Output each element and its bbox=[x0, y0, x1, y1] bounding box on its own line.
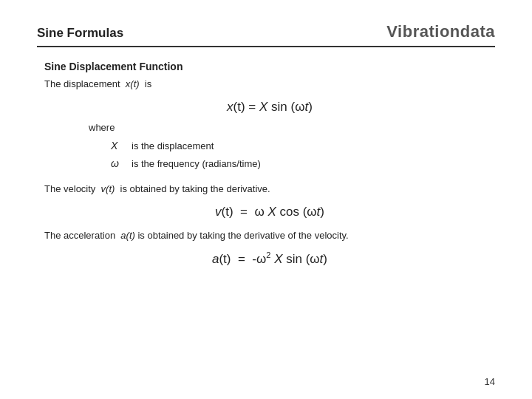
symbol-omega: ω bbox=[111, 155, 124, 173]
def-row-X: X is the displacement bbox=[111, 137, 495, 155]
displacement-var: x(t) bbox=[126, 78, 140, 89]
page: Sine Formulas Vibrationdata Sine Displac… bbox=[0, 0, 532, 399]
acceleration-section: The acceleration a(t) is obtained by tak… bbox=[44, 230, 495, 267]
page-title: Sine Formulas bbox=[37, 26, 123, 41]
section-title: Sine Displacement Function bbox=[44, 61, 495, 72]
content-area: Sine Displacement Function The displacem… bbox=[37, 61, 495, 267]
velocity-intro: The velocity v(t) is obtained by taking … bbox=[44, 183, 495, 194]
where-label: where bbox=[89, 122, 495, 133]
symbol-X: X bbox=[111, 137, 124, 155]
def-omega-text: is the frequency (radians/time) bbox=[132, 156, 261, 172]
acceleration-formula: a(t) = -ω2 X sin (ωt) bbox=[44, 251, 495, 267]
brand-title: Vibrationdata bbox=[386, 22, 495, 41]
accel-intro: The acceleration a(t) is obtained by tak… bbox=[44, 230, 495, 241]
definitions-list: X is the displacement ω is the frequency… bbox=[111, 137, 495, 173]
displacement-formula: x(t) = X sin (ωt) bbox=[44, 100, 495, 115]
def-X-text: is the displacement bbox=[132, 138, 214, 154]
velocity-section: The velocity v(t) is obtained by taking … bbox=[44, 183, 495, 219]
def-row-omega: ω is the frequency (radians/time) bbox=[111, 155, 495, 173]
velocity-formula: v(t) = ω X cos (ωt) bbox=[44, 205, 495, 219]
where-block: where X is the displacement ω is the fre… bbox=[89, 122, 495, 173]
page-header: Sine Formulas Vibrationdata bbox=[37, 22, 495, 47]
page-number: 14 bbox=[485, 376, 495, 387]
displacement-intro: The displacement x(t) is bbox=[44, 78, 495, 89]
